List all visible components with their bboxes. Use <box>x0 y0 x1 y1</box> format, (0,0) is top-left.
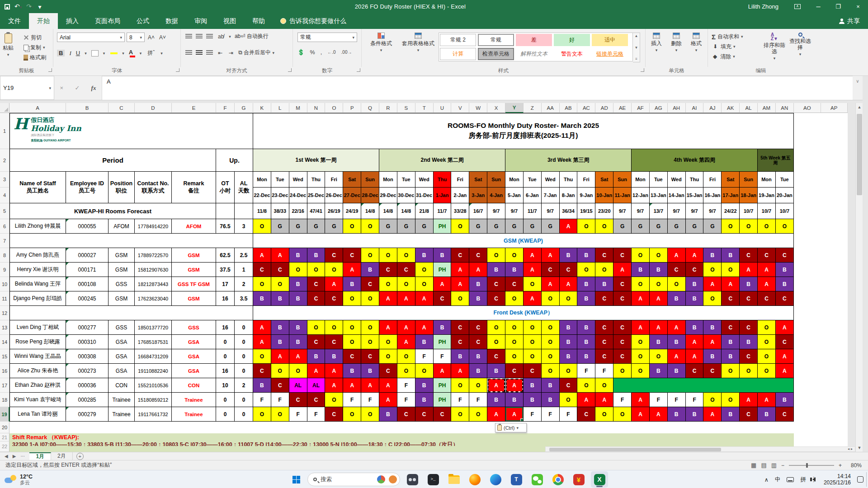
staff-id[interactable]: 000279 <box>66 407 108 422</box>
forecast-8-Jan[interactable]: 36/34 <box>560 203 578 219</box>
col-header-1[interactable]: Name of Staff员工姓名 <box>9 172 66 203</box>
shift-cell-14-28-Dec[interactable]: O <box>361 335 379 349</box>
shift-cell-16-7-Jan[interactable]: O <box>542 364 560 378</box>
shift-cell-16-17-Jan[interactable]: O <box>722 364 740 378</box>
shift-cell-11-2-Jan[interactable]: O <box>451 291 469 306</box>
staff-name[interactable]: Ethan Zhao 赵梓淇 <box>9 378 66 393</box>
shift-cell-19-19-Jan[interactable]: B <box>758 407 776 422</box>
shift-cell-16-16-Jan[interactable]: C <box>703 364 722 378</box>
shift-cell-8-26-Dec[interactable]: C <box>325 248 343 263</box>
shift-cell-10-26-Dec[interactable]: A <box>325 277 343 291</box>
vscroll-thumb[interactable] <box>857 114 862 195</box>
shift-cell-6-13-Jan[interactable]: G <box>650 219 668 234</box>
shift-cell-19-20-Jan[interactable]: C <box>776 407 794 422</box>
row-header-3[interactable]: 3 <box>0 172 9 188</box>
forecast-4-Jan[interactable]: 9/7 <box>487 203 505 219</box>
column-header-S[interactable]: S <box>397 103 415 113</box>
day-column-19-Jan[interactable]: Mon19-Jan <box>758 172 776 203</box>
staff-position[interactable]: GSS <box>108 320 135 335</box>
staff-al[interactable]: 0 <box>235 364 253 378</box>
row-header-10[interactable]: 10 <box>0 277 9 291</box>
staff-remark[interactable]: CON <box>172 378 216 393</box>
shift-cell-16-5-Jan[interactable]: C <box>505 364 524 378</box>
shift-cell-9-28-Dec[interactable]: B <box>361 263 379 277</box>
shift-cell-9-22-Dec[interactable]: C <box>253 263 271 277</box>
shift-cell-10-18-Jan[interactable]: B <box>740 277 758 291</box>
column-header-AB[interactable]: AB <box>560 103 578 113</box>
style-normal2[interactable]: 常规 2 <box>440 34 476 46</box>
shift-cell-13-3-Jan[interactable]: C <box>469 320 487 335</box>
staff-remark[interactable]: GSA <box>172 349 216 364</box>
shift-cell-6-17-Jan[interactable]: O <box>722 219 740 234</box>
taskbar-firefox[interactable] <box>466 471 483 488</box>
column-header-D[interactable]: D <box>135 103 172 113</box>
shift-cell-18-23-Dec[interactable]: F <box>271 393 289 407</box>
shift-cell-14-10-Jan[interactable]: C <box>595 335 613 349</box>
shift-cell-17-31-Dec[interactable]: B <box>415 378 434 393</box>
shift-cell-6-24-Dec[interactable]: G <box>289 219 307 234</box>
taskbar-file-explorer[interactable] <box>445 471 462 488</box>
week-band-2[interactable]: 2nd Week 第二周 <box>379 149 505 172</box>
format-cells-button[interactable]: 格式▾ <box>686 30 706 65</box>
shift-cell-13-18-Jan[interactable]: C <box>740 320 758 335</box>
style-calculation[interactable]: 计算 <box>440 48 476 60</box>
shift-cell-15-23-Dec[interactable]: A <box>271 349 289 364</box>
shift-cell-13-11-Jan[interactable]: C <box>613 320 632 335</box>
staff-ot[interactable]: 0 <box>216 349 235 364</box>
shift-cell-19-28-Dec[interactable]: O <box>361 407 379 422</box>
shift-cell-14-2-Jan[interactable]: C <box>451 335 469 349</box>
shift-cell-11-5-Jan[interactable]: O <box>505 291 524 306</box>
col-header-4[interactable]: Contact No.联系方式 <box>135 172 172 203</box>
staff-name[interactable]: Rose Peng 彭晓露 <box>9 335 66 349</box>
shift-cell-14-25-Dec[interactable]: C <box>307 335 326 349</box>
shift-cell-16-29-Dec[interactable]: C <box>379 364 397 378</box>
shift-cell-13-12-Jan[interactable]: A <box>632 320 650 335</box>
row-header-14[interactable]: 14 <box>0 335 9 349</box>
week-band-1[interactable]: 1st Week 第一周 <box>253 149 379 172</box>
shift-cell-11-3-Jan[interactable]: B <box>469 291 487 306</box>
shift-cell-8-3-Jan[interactable]: C <box>469 248 487 263</box>
ime-pinyin-indicator[interactable]: 拼 <box>800 476 806 483</box>
forecast-13-Jan[interactable]: 13/7 <box>650 203 668 219</box>
taskbar-teams-app[interactable]: T <box>508 471 525 488</box>
forecast-1-Jan[interactable]: 11/7 <box>434 203 452 219</box>
share-button[interactable]: 共享 <box>839 13 868 29</box>
zoom-out-icon[interactable]: − <box>781 462 784 469</box>
shift-cell-11-29-Dec[interactable]: A <box>379 291 397 306</box>
taskbar-wechat[interactable] <box>528 471 546 488</box>
row-header-11[interactable]: 11 <box>0 291 9 306</box>
staff-id[interactable]: 000310 <box>66 335 108 349</box>
font-name-combobox[interactable]: Arial▾ <box>57 33 125 42</box>
shift-cell-17-23-Dec[interactable]: C <box>271 378 289 393</box>
shift-cell-18-24-Dec[interactable]: C <box>289 393 307 407</box>
shift-cell-15-6-Jan[interactable]: O <box>524 349 542 364</box>
number-format-combobox[interactable]: 常规▾ <box>297 33 357 42</box>
shift-cell-10-27-Dec[interactable]: B <box>343 277 361 291</box>
underline-button[interactable]: U <box>76 50 80 56</box>
shift-cell-13-29-Dec[interactable]: A <box>379 320 397 335</box>
staff-al[interactable]: 2.5 <box>235 248 253 263</box>
taskbar-edge[interactable] <box>487 471 504 488</box>
shift-cell-16-22-Dec[interactable]: C <box>253 364 271 378</box>
forecast-27-Dec[interactable]: 24/19 <box>343 203 361 219</box>
shift-cell-16-9-Jan[interactable]: F <box>577 364 595 378</box>
phonetic-guide-icon[interactable]: 拼ˆ <box>146 49 156 57</box>
shift-cell-9-15-Jan[interactable]: C <box>686 263 704 277</box>
column-header-A[interactable]: A <box>9 103 66 113</box>
row-header-16[interactable]: 16 <box>0 364 9 378</box>
staff-remark[interactable]: GSM <box>172 248 216 263</box>
shift-cell-6-23-Dec[interactable]: G <box>271 219 289 234</box>
staff-position[interactable]: GSA <box>108 364 135 378</box>
shift-cell-9-17-Jan[interactable]: O <box>722 263 740 277</box>
shift-cell-15-16-Jan[interactable]: B <box>703 349 722 364</box>
shift-cell-8-23-Dec[interactable]: A <box>271 248 289 263</box>
shift-cell-15-4-Jan[interactable]: C <box>487 349 505 364</box>
row-header-22[interactable]: 22 <box>0 441 9 452</box>
style-warning[interactable]: 警告文本 <box>554 48 590 60</box>
forecast-25-Dec[interactable]: 47/41 <box>307 203 326 219</box>
staff-contact[interactable]: 15812907630 <box>135 263 172 277</box>
empty-area[interactable] <box>794 172 848 203</box>
shift-cell-18-1-Jan[interactable]: PH <box>434 393 452 407</box>
shift-cell-15-28-Dec[interactable]: C <box>361 349 379 364</box>
shift-cell-8-27-Dec[interactable]: C <box>343 248 361 263</box>
